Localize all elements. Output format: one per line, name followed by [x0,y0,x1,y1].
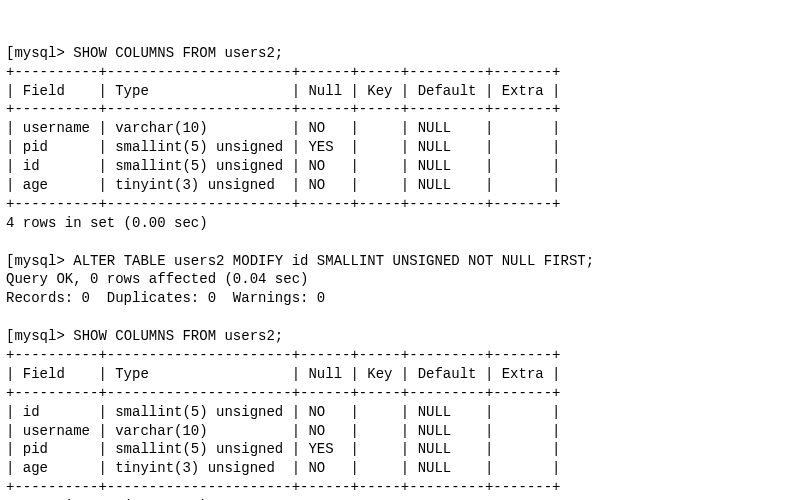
table-row: | pid | smallint(5) unsigned | YES | | N… [6,441,561,457]
table-row: | username | varchar(10) | NO | | NULL |… [6,423,561,439]
prompt-line-2[interactable]: [mysql> ALTER TABLE users2 MODIFY id SMA… [6,253,594,269]
result-summary: 4 rows in set (0.00 sec) [6,215,208,231]
table-row: | age | tinyint(3) unsigned | NO | | NUL… [6,460,561,476]
mysql-prompt: mysql> [14,45,64,61]
sql-command: ALTER TABLE users2 MODIFY id SMALLINT UN… [73,253,594,269]
table-row: | username | varchar(10) | NO | | NULL |… [6,120,561,136]
mysql-prompt: mysql> [14,253,64,269]
table-row: | age | tinyint(3) unsigned | NO | | NUL… [6,177,561,193]
table-row: | pid | smallint(5) unsigned | YES | | N… [6,139,561,155]
table-border: +----------+----------------------+-----… [6,101,561,117]
sql-command: SHOW COLUMNS FROM users2; [73,328,283,344]
query-status: Query OK, 0 rows affected (0.04 sec) [6,271,308,287]
table-border: +----------+----------------------+-----… [6,479,561,495]
table-border: +----------+----------------------+-----… [6,347,561,363]
query-records: Records: 0 Duplicates: 0 Warnings: 0 [6,290,325,306]
prompt-line-3[interactable]: [mysql> SHOW COLUMNS FROM users2; [6,328,283,344]
table-row: | id | smallint(5) unsigned | NO | | NUL… [6,158,561,174]
table-row: | id | smallint(5) unsigned | NO | | NUL… [6,404,561,420]
prompt-line-1[interactable]: [mysql> SHOW COLUMNS FROM users2; [6,45,283,61]
table-border: +----------+----------------------+-----… [6,385,561,401]
mysql-prompt: mysql> [14,328,64,344]
table-header: | Field | Type | Null | Key | Default | … [6,83,561,99]
terminal-output: [mysql> SHOW COLUMNS FROM users2; +-----… [6,25,800,500]
sql-command: SHOW COLUMNS FROM users2; [73,45,283,61]
table-header: | Field | Type | Null | Key | Default | … [6,366,561,382]
table-border: +----------+----------------------+-----… [6,64,561,80]
table-border: +----------+----------------------+-----… [6,196,561,212]
